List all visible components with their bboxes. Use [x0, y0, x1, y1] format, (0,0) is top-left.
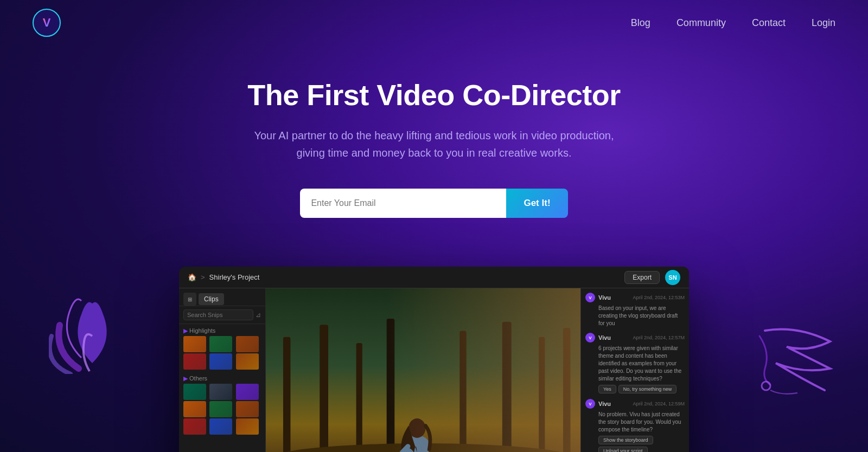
hero-title: The First Video Co-Director	[11, 78, 857, 112]
deco-script-right	[754, 320, 841, 396]
others-clips	[179, 384, 265, 437]
vivu-name-1: Vivu	[598, 294, 611, 301]
highlights-section-label: ▶ Highlights	[179, 324, 265, 336]
vivu-name-2: Vivu	[598, 334, 611, 341]
clips-panel: ⊞ Clips ⊿ ▶ Highlights	[179, 288, 266, 452]
app-screenshot: 🏠 > Shirley's Project Export SN ⊞ Clips	[179, 267, 689, 452]
svg-rect-17	[266, 288, 580, 452]
clip-thumb[interactable]	[236, 401, 259, 417]
highlights-clips	[179, 336, 265, 372]
avatar: SN	[665, 270, 680, 285]
export-button[interactable]: Export	[624, 271, 660, 284]
clip-thumb[interactable]	[236, 353, 259, 370]
vivu-text-1: Based on your input, we are creating the…	[585, 305, 685, 327]
clip-thumb[interactable]	[236, 418, 259, 435]
grid-icon[interactable]: ⊞	[183, 293, 196, 306]
vivu-avatar-2: V	[585, 333, 595, 343]
vivu-btns-2: Yes No, try something new	[585, 385, 685, 393]
clip-thumb[interactable]	[183, 353, 206, 370]
app-topbar: 🏠 > Shirley's Project Export SN	[179, 267, 689, 288]
clip-thumb[interactable]	[236, 384, 259, 400]
clip-thumb[interactable]	[236, 336, 259, 352]
filter-icon[interactable]: ⊿	[256, 311, 261, 319]
navbar: V Blog Community Contact Login	[0, 0, 868, 46]
svg-point-0	[762, 382, 770, 390]
vivu-text-2: 6 projects were given with similar theme…	[585, 345, 685, 383]
clips-tabs: ⊞ Clips	[179, 288, 265, 306]
chat-message-2: V Vivu April 2nd, 2024, 12:57M 6 project…	[585, 333, 685, 393]
hero-subtitle: Your AI partner to do the heavy lifting …	[250, 127, 618, 162]
deco-feathers-left	[49, 287, 136, 374]
clip-thumb[interactable]	[209, 384, 232, 400]
nav-link-community[interactable]: Community	[676, 17, 726, 28]
logo[interactable]: V	[33, 9, 61, 37]
clips-tab[interactable]: Clips	[199, 293, 224, 305]
app-body: ⊞ Clips ⊿ ▶ Highlights	[179, 288, 689, 452]
logo-letter: V	[43, 16, 51, 30]
hero-section: The First Video Co-Director Your AI part…	[0, 46, 868, 240]
clip-thumb[interactable]	[183, 336, 206, 352]
nav-link-contact[interactable]: Contact	[752, 17, 786, 28]
chat-message-1: V Vivu April 2nd, 2024, 12:53M Based on …	[585, 293, 685, 327]
app-breadcrumb: 🏠 > Shirley's Project	[188, 273, 259, 281]
nav-item-community[interactable]: Community	[676, 17, 726, 29]
chat-header-2: V Vivu April 2nd, 2024, 12:57M	[585, 333, 685, 343]
vivu-avatar-1: V	[585, 293, 595, 302]
clip-thumb[interactable]	[183, 384, 206, 400]
nav-links: Blog Community Contact Login	[631, 17, 835, 29]
chat-header-3: V Vivu April 2nd, 2024, 12:59M	[585, 399, 685, 409]
chat-panel: V Vivu April 2nd, 2024, 12:53M Based on …	[580, 288, 689, 452]
nav-link-login[interactable]: Login	[812, 17, 835, 28]
clip-thumb[interactable]	[209, 336, 232, 352]
breadcrumb-sep: >	[201, 273, 205, 281]
clip-thumb[interactable]	[209, 401, 232, 417]
clip-thumb[interactable]	[209, 353, 232, 370]
chat-header-1: V Vivu April 2nd, 2024, 12:53M	[585, 293, 685, 302]
vivu-avatar-3: V	[585, 399, 595, 409]
logo-circle: V	[33, 9, 61, 37]
nav-item-blog[interactable]: Blog	[631, 17, 650, 29]
video-player[interactable]	[266, 288, 580, 452]
app-topbar-right: Export SN	[624, 270, 680, 285]
nav-item-contact[interactable]: Contact	[752, 17, 786, 29]
clip-thumb[interactable]	[183, 401, 206, 417]
video-scene	[266, 288, 580, 452]
email-form: Get It!	[271, 189, 597, 218]
vivu-time-3: April 2nd, 2024, 12:59M	[633, 401, 685, 406]
app-frame: 🏠 > Shirley's Project Export SN ⊞ Clips	[179, 267, 689, 452]
clip-thumb[interactable]	[209, 418, 232, 435]
upload-script-button[interactable]: Upload your script	[598, 447, 648, 452]
vivu-time-1: April 2nd, 2024, 12:53M	[633, 295, 685, 300]
clips-search: ⊿	[179, 306, 265, 324]
nav-link-blog[interactable]: Blog	[631, 17, 650, 28]
home-icon[interactable]: 🏠	[188, 273, 196, 281]
vivu-btns-3: Show the storyboard Upload your script	[585, 436, 685, 452]
vivu-time-2: April 2nd, 2024, 12:57M	[633, 335, 685, 340]
no-try-button[interactable]: No, try something new	[618, 385, 677, 393]
video-area: 00:00:00.0 / 00:00:00 ▶	[266, 288, 580, 452]
breadcrumb-project: Shirley's Project	[209, 273, 260, 281]
yes-button[interactable]: Yes	[598, 385, 616, 393]
nav-item-login[interactable]: Login	[812, 17, 835, 29]
chat-message-3: V Vivu April 2nd, 2024, 12:59M No proble…	[585, 399, 685, 452]
get-it-button[interactable]: Get It!	[506, 189, 567, 218]
others-section-label: ▶ Others	[179, 372, 265, 384]
clip-thumb[interactable]	[183, 418, 206, 435]
search-snips-input[interactable]	[183, 309, 253, 320]
email-input[interactable]	[300, 189, 506, 218]
vivu-text-3: No problem. Vivu has just created the st…	[585, 411, 685, 434]
show-storyboard-button[interactable]: Show the storyboard	[598, 436, 653, 444]
vivu-name-3: Vivu	[598, 401, 611, 407]
